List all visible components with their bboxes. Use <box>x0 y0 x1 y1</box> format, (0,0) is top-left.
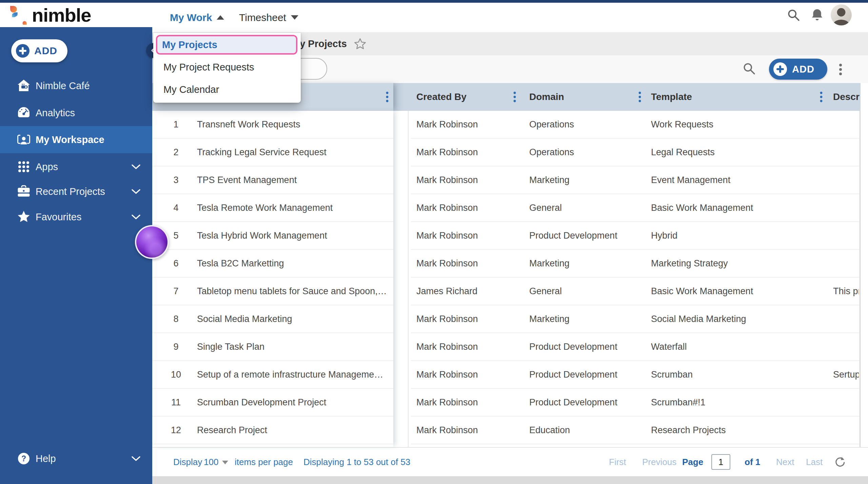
cell-row-number: 9 <box>162 333 190 360</box>
last-page-button[interactable]: Last <box>806 448 823 476</box>
cell-domain: Marketing <box>529 250 648 277</box>
menu-item-my-project-requests[interactable]: My Project Requests <box>153 57 301 78</box>
table-row[interactable]: 8Social Media Marketing <box>152 305 393 333</box>
sidebar-add-button[interactable]: ADD <box>11 39 67 62</box>
sidebar-item-recent-projects[interactable]: Recent Projects <box>0 178 152 205</box>
notifications-bell-icon[interactable] <box>810 8 824 22</box>
cell-project-name[interactable]: Tesla Hybrid Work Management <box>197 222 390 249</box>
menu-item-label: My Calendar <box>163 79 219 100</box>
user-avatar[interactable] <box>831 4 852 25</box>
table-row[interactable]: 7Tabletop menu tablets for Sauce and Spo… <box>152 278 393 305</box>
cell-created-by: Mark Robinson <box>416 250 525 277</box>
previous-page-button[interactable]: Previous <box>642 448 676 476</box>
menu-my-work[interactable]: My Work <box>170 3 224 32</box>
column-header-description[interactable]: Description <box>833 83 860 111</box>
favourite-star-icon[interactable] <box>354 38 366 49</box>
table-row[interactable]: Mark RobinsonEducationResearch Projects <box>411 417 860 444</box>
cell-project-name[interactable]: Research Project <box>197 417 390 444</box>
cell-template: Hybrid <box>651 222 831 249</box>
brand-header: nimble <box>0 3 152 27</box>
table-row[interactable]: Mark RobinsonProduct DevelopmentWaterfal… <box>411 333 860 361</box>
cell-row-number: 2 <box>162 139 190 166</box>
table-row[interactable]: 9Single Task Plan <box>152 333 393 361</box>
top-window-strip <box>0 0 868 3</box>
cell-project-name[interactable]: Tesla B2C Marketting <box>197 250 390 277</box>
menu-my-work-label: My Work <box>170 12 212 23</box>
cell-project-name[interactable]: Tabletop menu tablets for Sauce and Spoo… <box>197 278 390 305</box>
refresh-icon[interactable] <box>834 456 845 468</box>
table-row[interactable]: Mark RobinsonMarketingEvent Management <box>411 166 860 194</box>
cell-row-number: 11 <box>162 389 190 416</box>
sidebar-item-my-workspace[interactable]: My Workspace <box>0 126 152 153</box>
global-search-icon[interactable] <box>787 9 800 22</box>
presence-orb-avatar[interactable] <box>135 225 169 259</box>
svg-text:?: ? <box>21 454 26 463</box>
table-row[interactable]: 1Transneft Work Requests <box>152 111 393 139</box>
cell-description <box>833 194 859 221</box>
table-row[interactable]: 6Tesla B2C Marketting <box>152 250 393 278</box>
cell-created-by: Mark Robinson <box>416 222 525 249</box>
table-row[interactable]: 10Setup of a remote infrastructure Manag… <box>152 361 393 389</box>
menu-item-my-projects[interactable]: My Projects <box>156 35 297 55</box>
table-row[interactable]: Mark RobinsonProduct DevelopmentHybrid <box>411 222 860 250</box>
menu-item-label: My Projects <box>162 36 217 53</box>
cell-description: Sertup <box>833 361 859 388</box>
cell-project-name[interactable]: Tesla Remote Work Management <box>197 194 390 221</box>
sidebar-item-analytics[interactable]: Analytics <box>0 99 152 126</box>
first-page-button[interactable]: First <box>609 448 626 476</box>
column-header-domain[interactable]: Domain <box>529 83 564 111</box>
sidebar-item-favourites[interactable]: Favourites <box>0 203 152 230</box>
column-menu-icon-project-name[interactable] <box>386 92 389 103</box>
cell-project-name[interactable]: Social Media Marketing <box>197 305 390 332</box>
column-header-created-by[interactable]: Created By <box>416 83 467 111</box>
table-row[interactable]: 3TPS Event Management <box>152 166 393 194</box>
table-row[interactable]: Mark RobinsonProduct DevelopmentScrumban… <box>411 389 860 417</box>
table-row[interactable]: James RichardGeneralBasic Work Managemen… <box>411 278 860 305</box>
page-size-value[interactable]: 100 <box>204 448 218 476</box>
bottom-strip <box>152 476 868 484</box>
column-header-template[interactable]: Template <box>651 83 692 111</box>
cell-project-name[interactable]: Setup of a remote infrastructure Managem… <box>197 361 390 388</box>
table-row[interactable]: Mark RobinsonMarketingMarketing Strategy <box>411 250 860 278</box>
next-page-button[interactable]: Next <box>776 448 794 476</box>
cell-project-name[interactable]: Transneft Work Requests <box>197 111 390 138</box>
page-size-caret-icon[interactable] <box>222 461 228 464</box>
cell-created-by: Mark Robinson <box>416 111 525 138</box>
cell-template: Social Media Marketing <box>651 305 831 332</box>
cell-template: Basic Work Management <box>651 278 831 305</box>
page-number-input[interactable] <box>711 454 730 470</box>
cell-project-name[interactable]: Single Task Plan <box>197 333 390 360</box>
add-project-button[interactable]: ADD <box>769 59 827 80</box>
cell-project-name[interactable]: Tracking Legal Service Request <box>197 139 390 166</box>
sidebar-item-apps[interactable]: Apps <box>0 153 152 180</box>
cell-row-number: 1 <box>162 111 190 138</box>
table-row[interactable]: 11Scrumban Development Project <box>152 389 393 417</box>
table-row[interactable]: Mark RobinsonGeneralBasic Work Managemen… <box>411 194 860 222</box>
toolbar-kebab-menu-icon[interactable] <box>839 63 843 76</box>
table-row[interactable]: 5Tesla Hybrid Work Management <box>152 222 393 250</box>
cell-project-name[interactable]: TPS Event Management <box>197 166 390 194</box>
table-row[interactable]: Mark RobinsonOperationsLegal Requests <box>411 139 860 166</box>
menu-timesheet[interactable]: Timesheet <box>239 3 298 32</box>
column-menu-icon-template[interactable] <box>820 92 823 103</box>
cell-row-number: 3 <box>162 166 190 194</box>
table-frozen-pane: 1Transneft Work Requests2Tracking Legal … <box>152 111 393 447</box>
sidebar-item-nimble-cafe[interactable]: Nimble Café <box>0 72 152 99</box>
menu-item-my-calendar[interactable]: My Calendar <box>153 79 301 100</box>
column-menu-icon-domain[interactable] <box>638 92 642 103</box>
table-row[interactable]: Mark RobinsonMarketingSocial Media Marke… <box>411 305 860 333</box>
column-menu-icon-created-by[interactable] <box>513 92 516 103</box>
table-row[interactable]: 4Tesla Remote Work Management <box>152 194 393 222</box>
star-icon <box>17 210 31 224</box>
table-row[interactable]: Mark RobinsonOperationsWork Requests <box>411 111 860 139</box>
cell-template: Scrumban <box>651 361 831 388</box>
search-icon[interactable] <box>743 62 756 75</box>
cell-project-name[interactable]: Scrumban Development Project <box>197 389 390 416</box>
sidebar-item-help[interactable]: ? Help <box>0 445 152 472</box>
table-row[interactable]: 2Tracking Legal Service Request <box>152 139 393 166</box>
table-row[interactable]: Mark RobinsonProduct DevelopmentScrumban… <box>411 361 860 389</box>
cell-created-by: Mark Robinson <box>416 361 525 388</box>
analytics-icon <box>17 106 31 120</box>
table-row[interactable]: 12Research Project <box>152 417 393 444</box>
pagination-bar: Display 100 items per page Displaying 1 … <box>152 447 868 476</box>
